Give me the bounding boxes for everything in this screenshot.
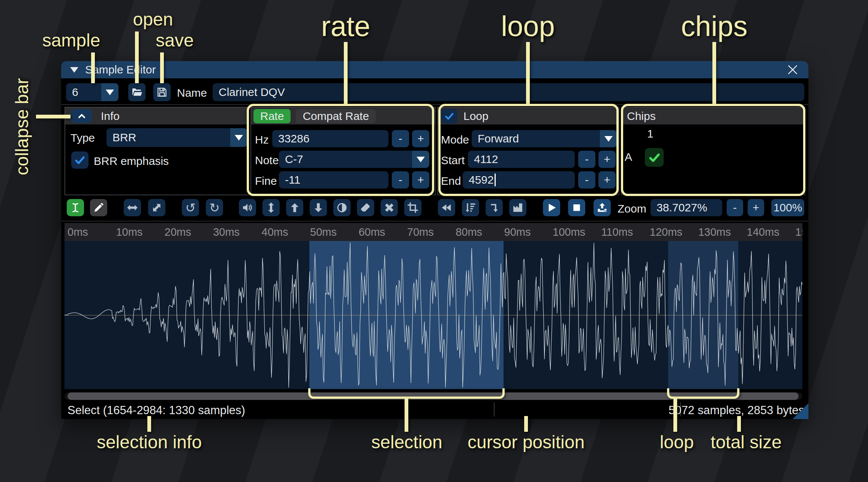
edit-mode-draw-button[interactable] xyxy=(90,199,107,216)
preview-icon xyxy=(546,202,557,213)
ruler-label: 90ms xyxy=(504,226,531,238)
annotation-sample: sample xyxy=(42,30,100,51)
folder-open-icon xyxy=(131,87,142,98)
ruler-label: 120ms xyxy=(650,226,682,238)
reverse-button[interactable] xyxy=(438,199,455,216)
amplify-button[interactable] xyxy=(239,199,256,216)
delete-icon: ✖ xyxy=(384,202,394,214)
insert-button[interactable] xyxy=(486,199,503,216)
type-select-value: BRR xyxy=(112,131,136,144)
resize-icon xyxy=(127,202,138,213)
type-select[interactable]: BRR xyxy=(106,128,247,147)
open-button[interactable] xyxy=(128,83,145,101)
apply-silence-icon xyxy=(360,202,371,213)
invert-icon xyxy=(336,202,348,213)
zoom-out-button[interactable]: - xyxy=(727,199,743,216)
brr-emphasis-label: BRR emphasis xyxy=(94,155,169,168)
close-button[interactable] xyxy=(785,63,800,76)
annotation-line-rate xyxy=(344,42,348,104)
waveform-view[interactable] xyxy=(64,241,802,389)
divider xyxy=(61,221,808,222)
resize-button[interactable] xyxy=(124,199,141,216)
edit-mode-draw-icon xyxy=(93,202,104,213)
upload-sample-icon xyxy=(597,202,608,213)
annotation-line-save xyxy=(160,52,164,83)
titlebar[interactable]: Sample Editor xyxy=(61,61,808,78)
apply-silence-button[interactable] xyxy=(357,199,374,216)
ruler-label: 60ms xyxy=(358,226,385,238)
ruler-label: 100ms xyxy=(553,226,585,238)
ruler-label: 0ms xyxy=(67,226,88,238)
annotation-selection-info: selection info xyxy=(97,432,202,452)
save-button[interactable] xyxy=(153,83,171,101)
info-panel-header: Info xyxy=(65,108,248,124)
timeline-ruler: 0ms10ms20ms30ms40ms50ms60ms70ms80ms90ms1… xyxy=(64,223,802,241)
window-collapse-icon[interactable] xyxy=(70,67,78,73)
status-bar: Select (1654-2984: 1330 samples) 5072 sa… xyxy=(61,401,808,418)
annotation-line-collapse-bar xyxy=(36,115,70,118)
undo-button[interactable]: ↺ xyxy=(182,199,199,216)
edit-mode-select-button[interactable] xyxy=(67,199,84,216)
name-input-value: Clarinet DQV xyxy=(219,86,285,99)
fade-in-button[interactable] xyxy=(286,199,303,216)
sample-select-value: 6 xyxy=(72,86,78,99)
annotation-line-chips xyxy=(712,42,716,104)
ruler-label: 70ms xyxy=(407,226,434,238)
stop-preview-icon xyxy=(571,202,582,213)
annotation-total-size: total size xyxy=(711,432,781,452)
trim-icon xyxy=(407,202,418,213)
zoom-value: 38.7027% xyxy=(657,201,707,214)
chevron-up-icon xyxy=(77,111,87,121)
downsample-button[interactable] xyxy=(462,199,479,216)
delete-button[interactable]: ✖ xyxy=(381,199,398,216)
desktop-background: Sample Editor 6 Name Clarinet DQV xyxy=(0,0,868,482)
window-title: Sample Editor xyxy=(85,63,156,76)
preview-button[interactable] xyxy=(543,199,560,216)
normalize-icon xyxy=(265,202,277,213)
fade-out-button[interactable] xyxy=(310,199,327,216)
collapse-info-button[interactable] xyxy=(71,109,92,123)
name-label: Name xyxy=(177,87,207,99)
waveform-plot xyxy=(64,241,802,389)
annotation-collapse-bar: collapse bar xyxy=(12,78,32,175)
stop-preview-button[interactable] xyxy=(568,199,585,216)
annotation-line-selection-info xyxy=(147,416,151,432)
invert-button[interactable] xyxy=(333,199,351,216)
upload-sample-button[interactable] xyxy=(594,199,611,216)
close-icon xyxy=(787,64,799,76)
insert-icon xyxy=(489,202,500,213)
ruler-label: 50ms xyxy=(310,226,337,238)
ruler-label: 110ms xyxy=(601,226,633,238)
annotation-rate: rate xyxy=(321,10,370,42)
annotation-bracket-loop xyxy=(667,388,739,399)
ruler-label: 40ms xyxy=(262,226,288,238)
annotation-loop: loop xyxy=(501,10,555,42)
info-panel-title: Info xyxy=(101,110,120,123)
chevron-down-icon[interactable] xyxy=(230,128,247,147)
annotation-line-sample xyxy=(91,52,95,83)
ruler-label: 140ms xyxy=(747,226,780,238)
redo-icon: ↻ xyxy=(209,202,220,214)
sample-select[interactable]: 6 xyxy=(66,83,118,101)
chevron-down-icon[interactable] xyxy=(101,83,118,101)
redo-button[interactable]: ↻ xyxy=(206,199,223,216)
zoom-reset-button[interactable]: 100% xyxy=(771,199,804,216)
resample-icon xyxy=(151,202,162,213)
brr-emphasis-checkbox[interactable] xyxy=(71,151,88,169)
reverse-icon xyxy=(441,202,452,213)
trim-button[interactable] xyxy=(404,199,421,216)
ruler-label: 20ms xyxy=(165,226,191,238)
zoom-label: Zoom xyxy=(618,202,646,215)
zoom-input[interactable]: 38.7027% xyxy=(651,199,722,216)
zoom-in-button[interactable]: + xyxy=(748,199,764,216)
window-resize-grip[interactable] xyxy=(793,403,808,419)
annotation-line-total-size xyxy=(737,416,741,432)
apply-filter-button[interactable] xyxy=(509,199,526,216)
info-panel: Info Type BRR BRR emphasis xyxy=(64,107,249,195)
save-icon xyxy=(156,87,168,98)
selection-info-text: Select (1654-2984: 1330 samples) xyxy=(67,404,245,417)
normalize-button[interactable] xyxy=(262,199,280,216)
ruler-label: 130ms xyxy=(698,226,731,238)
resample-button[interactable] xyxy=(148,199,165,216)
fade-in-icon xyxy=(289,202,300,213)
